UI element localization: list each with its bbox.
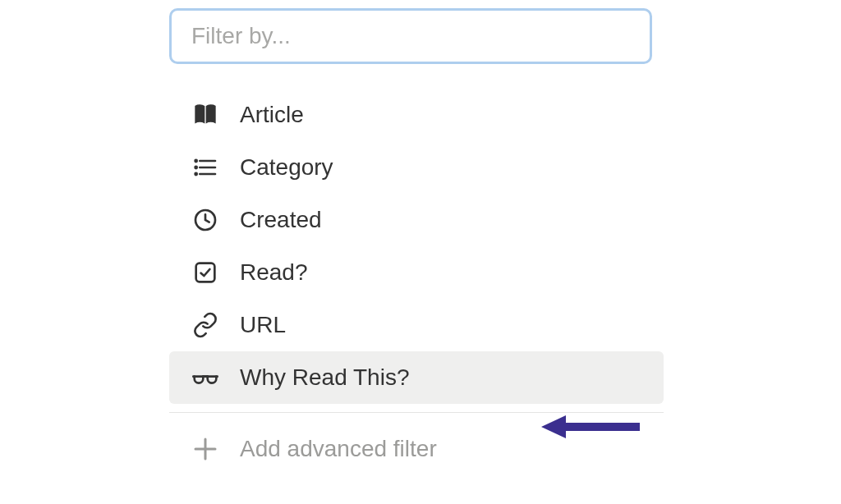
svg-point-3 [195,160,197,162]
list-icon [191,153,220,182]
svg-marker-13 [541,415,566,438]
clock-icon [191,205,220,235]
article-icon [191,100,220,130]
filter-option-article[interactable]: Article [169,89,664,141]
filter-option-label: Read? [240,259,308,286]
add-advanced-filter-label: Add advanced filter [240,436,437,462]
plus-icon [191,434,220,464]
filter-option-read[interactable]: Read? [169,246,664,299]
checkbox-icon [191,258,220,287]
filter-option-label: Article [240,102,304,128]
filter-option-label: Why Read This? [240,364,409,391]
filter-option-label: Created [240,207,322,233]
filter-option-label: Category [240,154,333,181]
svg-point-4 [195,167,197,168]
svg-point-5 [195,173,197,175]
filter-option-label: URL [240,312,286,338]
glasses-icon [191,363,220,392]
filter-input[interactable] [169,8,652,64]
filter-panel: Article Category [169,8,664,477]
link-icon [191,310,220,340]
annotation-arrow-icon [537,410,644,447]
filter-option-why-read-this[interactable]: Why Read This? [169,351,664,404]
filter-options-list: Article Category [169,89,664,404]
filter-option-category[interactable]: Category [169,141,664,194]
filter-option-created[interactable]: Created [169,194,664,246]
filter-option-url[interactable]: URL [169,299,664,351]
svg-rect-7 [196,263,215,282]
